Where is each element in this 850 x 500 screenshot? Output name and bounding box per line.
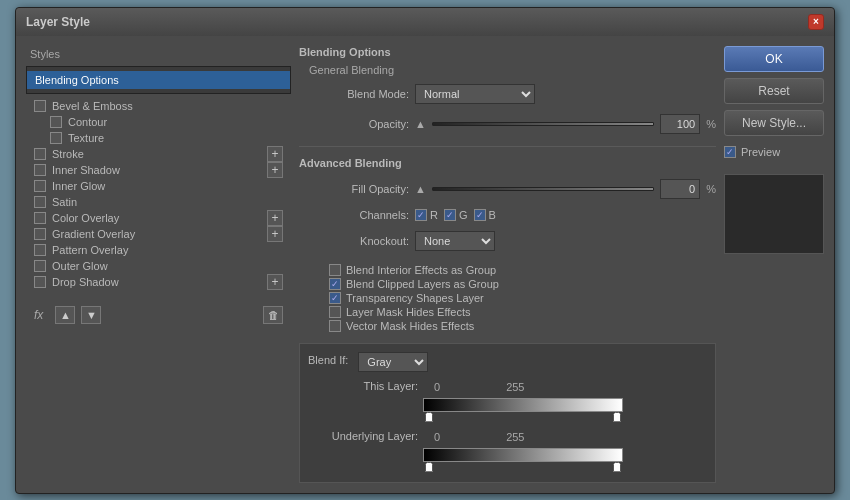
reset-button[interactable]: Reset	[724, 78, 824, 104]
effect-label-contour: Contour	[68, 116, 107, 128]
effect-item-pattern-overlay[interactable]: Pattern Overlay	[26, 242, 291, 258]
underlying-layer-slider-container	[423, 448, 623, 472]
close-button[interactable]: ×	[808, 14, 824, 30]
checkbox-gradient-overlay[interactable]	[34, 228, 46, 240]
add-inner-shadow-button[interactable]: +	[267, 162, 283, 178]
this-layer-max: 255	[506, 381, 524, 393]
opacity-slider[interactable]	[432, 118, 654, 130]
general-blending-label: General Blending	[299, 64, 716, 76]
effect-label-inner-shadow: Inner Shadow	[52, 164, 120, 176]
blending-options-title: Blending Options	[299, 46, 716, 58]
effect-item-drop-shadow[interactable]: Drop Shadow +	[26, 274, 291, 290]
sidebar-item-blending-options[interactable]: Blending Options	[27, 71, 290, 89]
effect-item-stroke[interactable]: Stroke +	[26, 146, 291, 162]
effect-item-outer-glow[interactable]: Outer Glow	[26, 258, 291, 274]
advanced-blending-label: Advanced Blending	[299, 157, 716, 169]
checkbox-bevel[interactable]	[34, 100, 46, 112]
effect-label-color-overlay: Color Overlay	[52, 212, 119, 224]
underlying-layer-label: Underlying Layer:	[308, 430, 418, 442]
checkbox-transparency-shapes[interactable]: ✓	[329, 292, 341, 304]
effect-label-texture: Texture	[68, 132, 104, 144]
effect-item-satin[interactable]: Satin	[26, 194, 291, 210]
transparency-shapes-label: Transparency Shapes Layer	[346, 292, 484, 304]
checkbox-satin[interactable]	[34, 196, 46, 208]
middle-panel: Blending Options General Blending Blend …	[299, 46, 716, 483]
checkbox-channel-b[interactable]: ✓	[474, 209, 486, 221]
fill-opacity-input[interactable]	[660, 179, 700, 199]
blend-interior-label: Blend Interior Effects as Group	[346, 264, 496, 276]
effect-label-outer-glow: Outer Glow	[52, 260, 108, 272]
underlying-layer-max: 255	[506, 431, 524, 443]
checkbox-vector-mask-hides[interactable]	[329, 320, 341, 332]
checkbox-color-overlay[interactable]	[34, 212, 46, 224]
knockout-select[interactable]: None Shallow Deep	[415, 231, 495, 251]
checkbox-row-blend-clipped: ✓ Blend Clipped Layers as Group	[329, 277, 716, 291]
blend-if-label: Blend If:	[308, 354, 348, 366]
add-color-overlay-button[interactable]: +	[267, 210, 283, 226]
underlying-layer-handles	[423, 462, 623, 472]
effect-item-inner-glow[interactable]: Inner Glow	[26, 178, 291, 194]
fill-opacity-percent: %	[706, 183, 716, 195]
checkbox-preview[interactable]: ✓	[724, 146, 736, 158]
opacity-input[interactable]	[660, 114, 700, 134]
this-layer-right-handle[interactable]	[613, 412, 621, 422]
checkbox-inner-shadow[interactable]	[34, 164, 46, 176]
dialog-title: Layer Style	[26, 15, 90, 29]
channel-b-item: ✓ B	[474, 209, 496, 221]
this-layer-slider-container	[423, 398, 623, 422]
effect-item-color-overlay[interactable]: Color Overlay +	[26, 210, 291, 226]
fill-opacity-label: Fill Opacity:	[309, 183, 409, 195]
checkbox-blend-clipped[interactable]: ✓	[329, 278, 341, 290]
effect-item-gradient-overlay[interactable]: Gradient Overlay +	[26, 226, 291, 242]
channel-g-item: ✓ G	[444, 209, 468, 221]
checkbox-channel-r[interactable]: ✓	[415, 209, 427, 221]
this-layer-left-handle[interactable]	[425, 412, 433, 422]
opacity-percent: %	[706, 118, 716, 130]
channel-r-label: R	[430, 209, 438, 221]
checkbox-layer-mask-hides[interactable]	[329, 306, 341, 318]
checkbox-row-transparency-shapes: ✓ Transparency Shapes Layer	[329, 291, 716, 305]
effect-item-bevel[interactable]: Bevel & Emboss	[26, 98, 291, 114]
checkbox-texture[interactable]	[50, 132, 62, 144]
effect-label-pattern-overlay: Pattern Overlay	[52, 244, 128, 256]
underlying-layer-gradient	[423, 448, 623, 462]
move-down-button[interactable]: ▼	[81, 306, 101, 324]
effect-label-inner-glow: Inner Glow	[52, 180, 105, 192]
checkbox-inner-glow[interactable]	[34, 180, 46, 192]
vector-mask-hides-label: Vector Mask Hides Effects	[346, 320, 474, 332]
preview-area	[724, 174, 824, 254]
layer-mask-hides-label: Layer Mask Hides Effects	[346, 306, 471, 318]
fill-opacity-slider[interactable]	[432, 183, 654, 195]
blend-if-section: Blend If: Gray Red Green Blue This Layer…	[299, 343, 716, 483]
move-up-button[interactable]: ▲	[55, 306, 75, 324]
effect-label-stroke: Stroke	[52, 148, 84, 160]
blend-if-select[interactable]: Gray Red Green Blue	[358, 352, 428, 372]
checkbox-channel-g[interactable]: ✓	[444, 209, 456, 221]
channel-g-label: G	[459, 209, 468, 221]
blend-if-row: Blend If: Gray Red Green Blue	[308, 352, 707, 372]
blend-checkboxes: Blend Interior Effects as Group ✓ Blend …	[299, 263, 716, 333]
checkbox-contour[interactable]	[50, 116, 62, 128]
underlying-layer-left-handle[interactable]	[425, 462, 433, 472]
underlying-layer-right-handle[interactable]	[613, 462, 621, 472]
add-drop-shadow-button[interactable]: +	[267, 274, 283, 290]
delete-effect-button[interactable]: 🗑	[263, 306, 283, 324]
title-bar: Layer Style ×	[16, 8, 834, 36]
effect-item-contour[interactable]: Contour	[26, 114, 291, 130]
channel-b-label: B	[489, 209, 496, 221]
this-layer-handles	[423, 412, 623, 422]
add-gradient-overlay-button[interactable]: +	[267, 226, 283, 242]
checkbox-blend-interior[interactable]	[329, 264, 341, 276]
checkbox-outer-glow[interactable]	[34, 260, 46, 272]
blend-mode-select[interactable]: Normal Dissolve Multiply Screen Overlay	[415, 84, 535, 104]
layer-style-dialog: Layer Style × Styles Blending Options Be…	[15, 7, 835, 494]
ok-button[interactable]: OK	[724, 46, 824, 72]
new-style-button[interactable]: New Style...	[724, 110, 824, 136]
effect-item-texture[interactable]: Texture	[26, 130, 291, 146]
checkbox-pattern-overlay[interactable]	[34, 244, 46, 256]
this-layer-min: 0	[434, 381, 440, 393]
effect-item-inner-shadow[interactable]: Inner Shadow +	[26, 162, 291, 178]
add-stroke-button[interactable]: +	[267, 146, 283, 162]
checkbox-drop-shadow[interactable]	[34, 276, 46, 288]
checkbox-stroke[interactable]	[34, 148, 46, 160]
